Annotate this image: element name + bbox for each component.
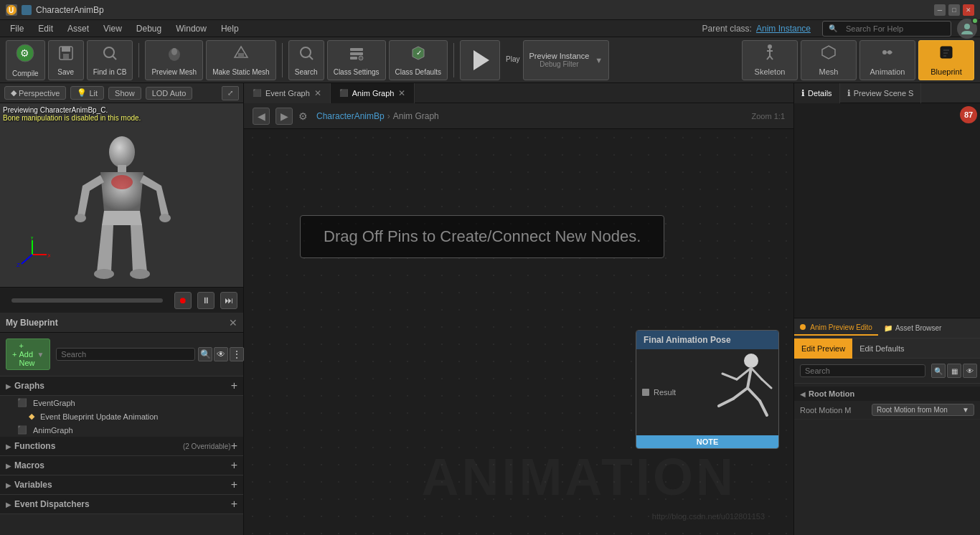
- notification-badge[interactable]: 87: [960, 106, 977, 123]
- menu-file[interactable]: File: [3, 20, 31, 37]
- compile-button[interactable]: ⚙ Compile: [6, 40, 45, 80]
- add-icon: +: [12, 350, 17, 359]
- asset-browser-tab[interactable]: 📁 Asset Browser: [878, 321, 947, 335]
- svg-point-26: [882, 50, 887, 55]
- make-static-mesh-button[interactable]: Make Static Mesh: [206, 40, 275, 80]
- view-options-btn[interactable]: 👁: [214, 347, 228, 361]
- svg-text:U: U: [9, 6, 14, 14]
- preview-mesh-button[interactable]: Preview Mesh: [145, 40, 203, 80]
- viewport-mode-btn[interactable]: ◆ Perspective: [4, 86, 66, 100]
- menu-debug[interactable]: Debug: [129, 20, 169, 37]
- menu-window[interactable]: Window: [169, 20, 214, 37]
- event-graph-close[interactable]: ✕: [314, 88, 321, 98]
- eventgraph-icon: ⬛: [17, 398, 27, 407]
- search-settings-btn[interactable]: 🔍: [198, 347, 212, 361]
- dispatchers-add-btn[interactable]: +: [231, 498, 237, 511]
- svg-rect-16: [350, 48, 363, 51]
- right-panel: ℹ Details ℹ Preview Scene S 87 Anim Prev…: [793, 83, 980, 535]
- root-motion-header[interactable]: ◀ Root Motion: [794, 387, 980, 401]
- root-motion-dropdown[interactable]: Root Motion from Mon ▼: [872, 404, 974, 416]
- window-controls[interactable]: ─ □ ✕: [934, 4, 974, 16]
- preview-mesh-icon: [166, 44, 183, 65]
- pause-btn[interactable]: ⏸: [197, 292, 215, 309]
- right-search-input[interactable]: [805, 366, 920, 375]
- preview-viewport: Previewing CharacterAnimBp_C. Bone manip…: [0, 103, 243, 287]
- event-blueprint-item[interactable]: ◆ Event Blueprint Update Animation: [0, 409, 243, 423]
- record-btn[interactable]: ⏺: [174, 292, 192, 309]
- minimize-btn[interactable]: ─: [934, 4, 946, 16]
- graph-canvas[interactable]: Drag Off Pins to Create/Connect New Node…: [244, 129, 793, 535]
- search-button[interactable]: Search: [288, 40, 324, 80]
- anim-graph-tab[interactable]: ⬛ Anim Graph ✕: [331, 83, 415, 103]
- main-toolbar: ⚙ Compile Save Find in CB Preview Mesh M…: [0, 37, 980, 83]
- preview-scene-tab[interactable]: ℹ Preview Scene S: [840, 83, 922, 103]
- svg-line-46: [733, 388, 748, 399]
- step-btn[interactable]: ⏭: [220, 292, 237, 309]
- mesh-icon: [820, 44, 837, 65]
- grid-view-btn[interactable]: ▦: [947, 364, 961, 378]
- animation-tab[interactable]: Animation: [859, 40, 915, 80]
- options-btn[interactable]: ⋮: [230, 347, 244, 361]
- svg-line-52: [751, 368, 762, 379]
- blueprint-tab[interactable]: Blueprint: [918, 40, 974, 80]
- preview-toolbar: ◆ Perspective 💡 Lit Show LOD Auto ⤢: [0, 83, 243, 103]
- parent-class-link[interactable]: Anim Instance: [756, 24, 811, 34]
- add-new-button[interactable]: + + Add New ▼: [6, 338, 50, 370]
- edit-defaults-btn[interactable]: Edit Defaults: [852, 338, 911, 359]
- save-button[interactable]: Save: [48, 40, 84, 80]
- viewport-expand-btn[interactable]: ⤢: [222, 86, 239, 100]
- eventgraph-item[interactable]: ⬛ EventGraph: [0, 396, 243, 409]
- edit-preview-btn[interactable]: Edit Preview: [794, 338, 852, 359]
- variables-add-btn[interactable]: +: [231, 478, 237, 491]
- graphs-add-btn[interactable]: +: [231, 379, 237, 392]
- mesh-tab[interactable]: Mesh: [801, 40, 857, 80]
- anim-graph-close[interactable]: ✕: [398, 88, 405, 98]
- event-dispatchers-section-header[interactable]: ▶ Event Dispatchers +: [0, 495, 243, 514]
- svg-point-34: [75, 214, 86, 222]
- result-pin[interactable]: [642, 389, 649, 396]
- progress-bar[interactable]: [11, 298, 163, 303]
- blueprint-search-input[interactable]: [61, 350, 190, 359]
- macros-add-btn[interactable]: +: [231, 459, 237, 472]
- back-btn[interactable]: ◀: [253, 108, 270, 125]
- view-toggle-btn[interactable]: 👁: [963, 364, 977, 378]
- macros-section-header[interactable]: ▶ Macros +: [0, 456, 243, 475]
- variables-section-header[interactable]: ▶ Variables +: [0, 475, 243, 495]
- menu-bar: File Edit Asset View Debug Window Help P…: [0, 20, 980, 37]
- blueprint-panel-close[interactable]: ✕: [229, 317, 237, 328]
- find-in-cb-button[interactable]: Find in CB: [87, 40, 133, 80]
- animgraph-item[interactable]: ⬛ AnimGraph: [0, 423, 243, 437]
- right-search: [800, 364, 925, 377]
- graphs-section-header[interactable]: ▶ Graphs +: [0, 377, 243, 396]
- skeleton-tab[interactable]: Skeleton: [742, 40, 798, 80]
- class-defaults-button[interactable]: ✓ Class Defaults: [389, 40, 448, 80]
- close-btn[interactable]: ✕: [963, 4, 974, 16]
- event-graph-tab[interactable]: ⬛ Event Graph ✕: [244, 83, 331, 103]
- menu-asset[interactable]: Asset: [60, 20, 96, 37]
- menu-edit[interactable]: Edit: [31, 20, 60, 37]
- lod-btn[interactable]: LOD Auto: [146, 87, 193, 100]
- play-button[interactable]: [460, 40, 500, 80]
- help-search-input[interactable]: [840, 20, 945, 37]
- functions-section-header[interactable]: ▶ Functions (2 Overridable) +: [0, 437, 243, 456]
- profile-icon[interactable]: [957, 19, 977, 39]
- menu-help[interactable]: Help: [214, 20, 246, 37]
- show-btn[interactable]: Show: [108, 87, 141, 100]
- event-graph-icon: ⬛: [253, 89, 261, 97]
- lighting-btn[interactable]: 💡 Lit: [70, 86, 104, 100]
- menu-view[interactable]: View: [96, 20, 129, 37]
- class-settings-button[interactable]: Class Settings: [327, 40, 386, 80]
- svg-rect-27: [941, 47, 952, 58]
- forward-btn[interactable]: ▶: [275, 108, 293, 125]
- anim-node-footer: NOTE: [636, 435, 778, 448]
- svg-point-37: [130, 269, 150, 279]
- debug-filter-dropdown[interactable]: Preview Instance Debug Filter ▼: [523, 40, 610, 80]
- functions-add-btn[interactable]: +: [231, 440, 237, 453]
- search-btn[interactable]: 🔍: [931, 364, 946, 378]
- maximize-btn[interactable]: □: [948, 4, 960, 16]
- anim-preview-editor-tab[interactable]: Anim Preview Edito: [794, 321, 878, 336]
- details-tab[interactable]: ℹ Details: [794, 83, 840, 103]
- anim-node-final-pose[interactable]: Final Animation Pose Result: [636, 330, 779, 449]
- playback-controls: ⏺ ⏸ ⏭: [0, 287, 243, 313]
- svg-rect-32: [118, 165, 126, 172]
